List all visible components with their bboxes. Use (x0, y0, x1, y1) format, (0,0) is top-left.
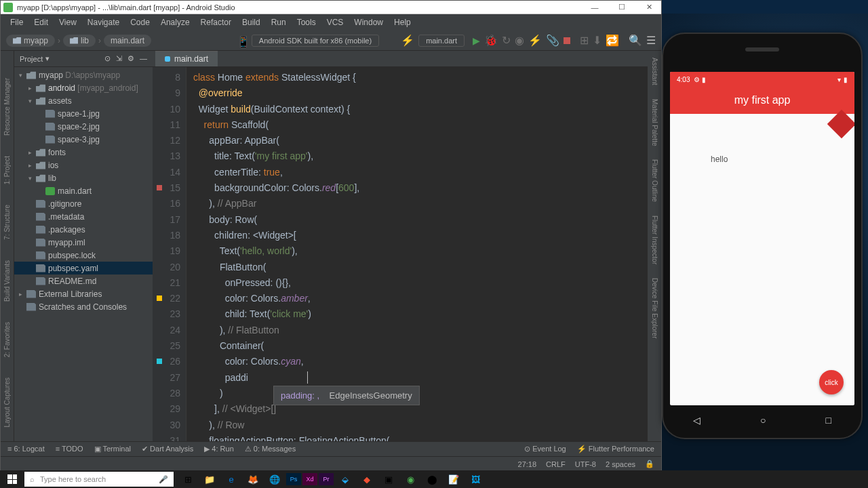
right-tab[interactable]: Device File Explorer (651, 278, 658, 338)
menu-refactor[interactable]: Refactor (195, 16, 237, 28)
tree-node[interactable]: ▸android [myapp_android] (14, 81, 153, 94)
bottom-tab[interactable]: ≡ 6: Logcat (7, 445, 45, 453)
bottom-tab[interactable]: ⚠ 0: Messages (245, 445, 296, 453)
breadcrumb[interactable]: myapp › lib › main.dart (6, 35, 151, 47)
editor-tab-main[interactable]: main.dart (155, 51, 218, 66)
start-button[interactable] (0, 470, 24, 488)
encoding[interactable]: UTF-8 (575, 460, 596, 468)
left-tab[interactable]: 2: Favorites (3, 322, 11, 357)
emulator-fab[interactable]: click (819, 370, 844, 394)
right-tab[interactable]: Flutter Inspector (651, 216, 658, 264)
bottom-tab[interactable]: ✔ Dart Analysis (142, 445, 193, 453)
code-editor[interactable]: 8 9 10 11 12 13 14 15 16 17 18 19 20 21 … (153, 67, 648, 441)
notepad-icon[interactable]: 📝 (443, 470, 464, 488)
tree-node[interactable]: .gitignore (14, 197, 153, 210)
explorer-icon[interactable]: 📁 (199, 470, 220, 488)
tree-node[interactable]: ▸ios (14, 159, 153, 171)
run-button[interactable]: ▶ (473, 35, 480, 46)
autocomplete-popup[interactable]: padding: , EdgeInsetsGeometry (273, 386, 420, 405)
menu-file[interactable]: File (5, 16, 28, 28)
left-tab[interactable]: 7: Structure (3, 205, 11, 240)
bottom-tab[interactable]: ▶ 4: Run (204, 445, 233, 453)
chrome-icon[interactable]: 🌐 (264, 470, 285, 488)
left-tab[interactable]: Build Variants (3, 260, 11, 302)
android-studio-icon[interactable]: ◉ (400, 470, 420, 488)
collapse-all-icon[interactable]: ⇲ (116, 54, 122, 63)
menu-build[interactable]: Build (237, 16, 266, 28)
left-tab[interactable]: Layout Captures (3, 378, 11, 427)
xd-icon[interactable]: Xd (302, 473, 317, 485)
tree-node[interactable]: space-2.jpg (14, 120, 153, 133)
menu-vcs[interactable]: VCS (321, 16, 349, 28)
right-tab[interactable]: Flutter Outline (651, 159, 658, 202)
tree-node[interactable]: ▾assets (14, 94, 153, 107)
sync-button[interactable]: 🔁 (606, 34, 619, 47)
indent[interactable]: 2 spaces (606, 460, 635, 468)
photoshop-icon[interactable]: Ps (286, 473, 301, 485)
images-icon[interactable]: 🖼 (465, 470, 486, 488)
bottom-tab[interactable]: ⊙ Event Log (524, 445, 566, 453)
panel-settings-icon[interactable]: ⚙ (127, 54, 134, 63)
right-tab[interactable]: Assistant (651, 58, 658, 85)
maximize-button[interactable]: ☐ (612, 2, 631, 13)
tree-node[interactable]: .metadata (14, 210, 153, 223)
task-view-icon[interactable]: ⊞ (178, 470, 198, 488)
menu-code[interactable]: Code (125, 16, 155, 28)
line-ending[interactable]: CRLF (546, 460, 566, 468)
profile-button[interactable]: ◉ (515, 34, 524, 47)
cmd-icon[interactable]: ▣ (378, 470, 399, 488)
tree-node[interactable]: myapp.iml (14, 236, 153, 249)
coverage-button[interactable]: ↻ (502, 34, 511, 47)
menu-edit[interactable]: Edit (28, 16, 54, 28)
mic-icon[interactable]: 🎤 (159, 475, 168, 484)
menu-help[interactable]: Help (389, 16, 416, 28)
panel-title[interactable]: Project (20, 55, 43, 63)
premiere-icon[interactable]: Pr (319, 473, 334, 485)
menu-window[interactable]: Window (349, 16, 389, 28)
run-config-select[interactable]: main.dart (418, 35, 465, 47)
menu-view[interactable]: View (54, 16, 82, 28)
edge-icon[interactable]: e (221, 470, 241, 488)
tree-node[interactable]: ▾lib (14, 171, 153, 184)
bottom-tab[interactable]: ≡ TODO (56, 445, 83, 453)
menu-analyze[interactable]: Analyze (155, 16, 195, 28)
back-button[interactable]: ◁ (693, 415, 701, 426)
sdk-manager-button[interactable]: ⬇ (593, 34, 601, 47)
tree-node[interactable]: space-3.jpg (14, 133, 153, 146)
bottom-tab[interactable]: ▣ Terminal (94, 445, 131, 453)
tree-node[interactable]: README.md (14, 274, 153, 287)
bottom-tab[interactable]: ⚡ Flutter Performance (577, 445, 654, 453)
obs-icon[interactable]: ⬤ (422, 470, 442, 488)
select-opened-file-icon[interactable]: ⊙ (104, 54, 111, 63)
tree-node[interactable]: pubspec.lock (14, 249, 153, 262)
search-button[interactable]: 🔍 (629, 34, 642, 47)
tree-node[interactable]: pubspec.yaml (14, 262, 153, 274)
minimize-button[interactable]: — (585, 2, 604, 13)
menu-navigate[interactable]: Navigate (82, 16, 125, 28)
hot-reload-button[interactable]: ⚡ (528, 34, 542, 47)
left-tab[interactable]: 1: Project (3, 156, 11, 184)
firefox-icon[interactable]: 🦊 (243, 470, 263, 488)
hide-panel-icon[interactable]: — (140, 54, 147, 63)
menu-run[interactable]: Run (266, 16, 292, 28)
device-select[interactable]: Android SDK built for x86 (mobile) (252, 35, 379, 47)
tree-node[interactable]: main.dart (14, 184, 153, 197)
stop-button[interactable] (564, 37, 570, 44)
settings-button[interactable]: ☰ (646, 34, 656, 47)
right-tab[interactable]: Material Palette (651, 99, 658, 146)
git-icon[interactable]: ◆ (357, 470, 377, 488)
taskbar-search[interactable]: ⌕ Type here to search 🎤 (24, 472, 174, 487)
tree-node[interactable]: .packages (14, 223, 153, 236)
menu-tools[interactable]: Tools (292, 16, 321, 28)
tree-node[interactable]: space-1.jpg (14, 107, 153, 120)
left-tab[interactable]: Resource Manager (3, 78, 11, 136)
tree-node[interactable]: ▸fonts (14, 146, 153, 159)
tree-node[interactable]: ▾myapp D:\apps\myapp (14, 68, 153, 81)
attach-button[interactable]: 📎 (546, 34, 559, 47)
close-button[interactable]: ✕ (639, 2, 658, 13)
debug-button[interactable]: 🐞 (484, 34, 498, 47)
avd-manager-button[interactable]: ⊞ (580, 34, 589, 47)
tree-node[interactable]: ▸External Libraries (14, 287, 153, 300)
vscode-icon[interactable]: ⬙ (335, 470, 355, 488)
recents-button[interactable]: □ (826, 415, 831, 426)
